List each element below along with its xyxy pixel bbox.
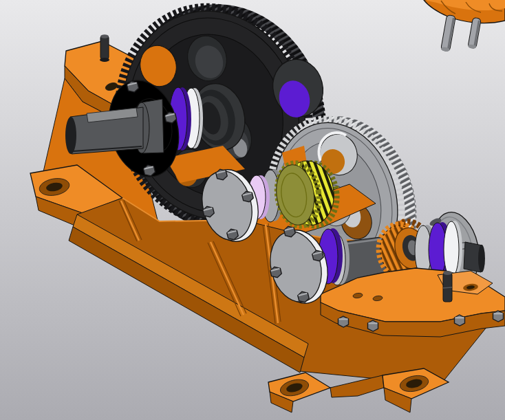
pin-top — [443, 271, 452, 275]
shaft-stub-end — [478, 245, 485, 272]
white-ring — [444, 221, 459, 278]
cad-viewport[interactable] — [0, 0, 505, 420]
gear-reducer-scene[interactable] — [0, 0, 505, 420]
flange-pin-base — [100, 58, 109, 62]
shaft-end-face — [65, 117, 76, 154]
hex-bolt[interactable] — [455, 315, 465, 326]
flange-dowel-pin[interactable] — [100, 36, 109, 59]
hex-bolt[interactable] — [339, 316, 349, 327]
flange-pin-top — [100, 34, 109, 38]
hex-bolt[interactable] — [493, 311, 504, 322]
pin-seam — [443, 287, 452, 288]
hex-bolt[interactable] — [368, 320, 378, 331]
